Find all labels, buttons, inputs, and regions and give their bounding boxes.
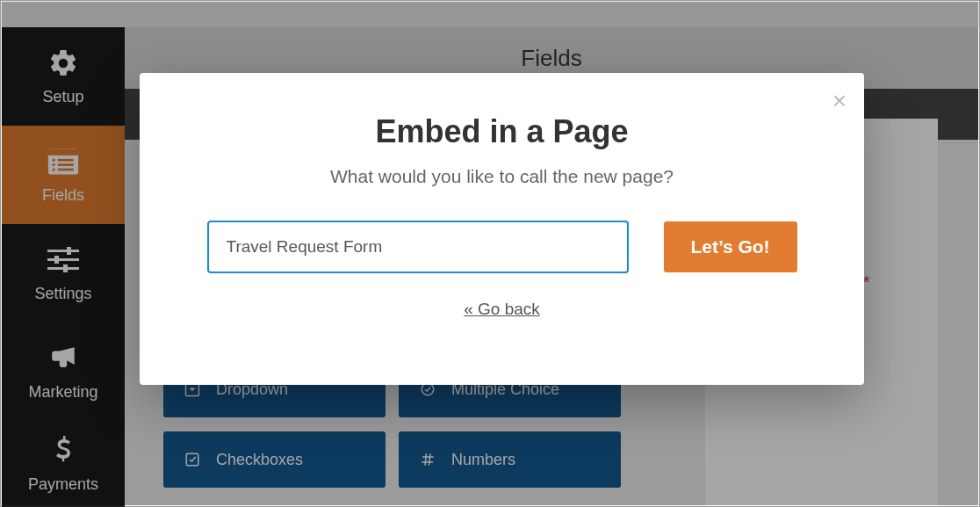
go-back-link[interactable]: « Go back [192, 300, 811, 319]
close-icon[interactable]: × [832, 89, 847, 113]
embed-modal: × Embed in a Page What would you like to… [140, 73, 864, 385]
app-frame: Setup Fields Settings Marketing Payments [0, 0, 980, 507]
modal-title: Embed in a Page [192, 113, 811, 150]
modal-input-row: Let’s Go! [192, 221, 811, 273]
modal-subtitle: What would you like to call the new page… [192, 166, 811, 187]
page-name-input[interactable] [207, 221, 629, 273]
lets-go-button[interactable]: Let’s Go! [664, 221, 797, 272]
